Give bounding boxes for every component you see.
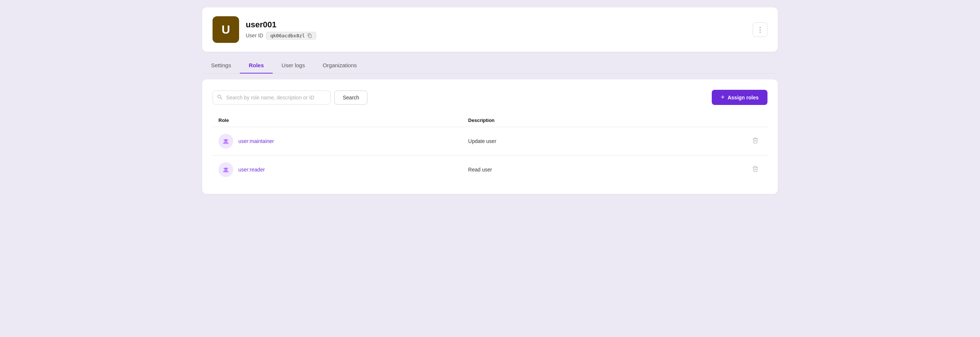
search-button[interactable]: Search bbox=[334, 91, 368, 105]
assign-roles-button[interactable]: + Assign roles bbox=[712, 90, 767, 105]
search-left: Search bbox=[213, 91, 368, 105]
table-row: user:maintainer Update user bbox=[213, 127, 767, 156]
role-avatar-reader bbox=[218, 162, 233, 177]
col-header-role: Role bbox=[213, 114, 462, 127]
assign-roles-label: Assign roles bbox=[728, 94, 759, 101]
user-name: user001 bbox=[246, 20, 316, 30]
delete-role-reader-button[interactable] bbox=[749, 164, 762, 176]
role-description-reader: Read user bbox=[462, 156, 712, 184]
col-header-description: Description bbox=[462, 114, 712, 127]
page-wrapper: U user001 User ID qk06acdbx8zl bbox=[202, 7, 778, 194]
user-id-label: User ID bbox=[246, 32, 263, 38]
delete-role-maintainer-button[interactable] bbox=[749, 136, 762, 147]
role-description-maintainer: Update user bbox=[462, 127, 712, 156]
tab-organizations[interactable]: Organizations bbox=[313, 57, 366, 73]
user-id-value: qk06acdbx8zl bbox=[270, 33, 305, 38]
search-row: Search + Assign roles bbox=[213, 90, 767, 105]
user-info: user001 User ID qk06acdbx8zl bbox=[246, 20, 316, 40]
more-dots-icon: ⋮ bbox=[757, 26, 764, 34]
tab-settings[interactable]: Settings bbox=[202, 57, 240, 73]
role-cell: user:maintainer bbox=[213, 127, 462, 156]
role-name-reader[interactable]: user:reader bbox=[239, 167, 265, 172]
plus-icon: + bbox=[721, 94, 725, 101]
search-input-wrapper bbox=[213, 91, 331, 105]
tab-roles[interactable]: Roles bbox=[240, 57, 273, 73]
more-options-button[interactable]: ⋮ bbox=[753, 22, 767, 37]
main-content: Search + Assign roles Role Description bbox=[202, 80, 778, 194]
role-avatar-maintainer bbox=[218, 134, 233, 149]
table-row: user:reader Read user bbox=[213, 156, 767, 184]
user-card: U user001 User ID qk06acdbx8zl bbox=[202, 7, 778, 52]
tabs-bar: Settings Roles User logs Organizations bbox=[202, 57, 778, 73]
role-cell: user:reader bbox=[213, 156, 462, 184]
avatar: U bbox=[213, 16, 239, 43]
role-action-maintainer bbox=[712, 127, 767, 156]
user-id-badge: qk06acdbx8zl bbox=[266, 32, 316, 40]
copy-icon[interactable] bbox=[307, 33, 312, 38]
role-name-maintainer[interactable]: user:maintainer bbox=[239, 138, 274, 144]
tab-user-logs[interactable]: User logs bbox=[273, 57, 313, 73]
user-card-left: U user001 User ID qk06acdbx8zl bbox=[213, 16, 316, 43]
svg-rect-6 bbox=[224, 168, 228, 169]
col-header-action bbox=[712, 114, 767, 127]
search-input[interactable] bbox=[213, 91, 331, 105]
roles-table: Role Description bbox=[213, 114, 767, 184]
role-action-reader bbox=[712, 156, 767, 184]
table-header: Role Description bbox=[213, 114, 767, 127]
svg-rect-0 bbox=[309, 35, 312, 38]
table-body: user:maintainer Update user bbox=[213, 127, 767, 184]
user-id-row: User ID qk06acdbx8zl bbox=[246, 32, 316, 40]
svg-rect-4 bbox=[224, 139, 228, 141]
